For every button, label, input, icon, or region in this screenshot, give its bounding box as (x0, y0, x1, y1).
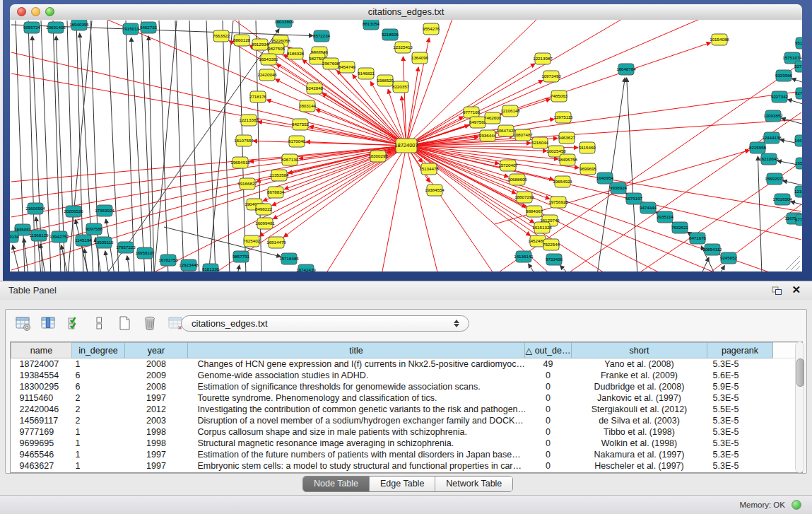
close-window-button[interactable] (17, 7, 26, 16)
graph-node-2936444[interactable]: 2936444 (479, 130, 497, 141)
graph-node-18724007[interactable]: 18724007 (394, 139, 418, 153)
graph-node-8273403[interactable]: 8273403 (795, 88, 802, 99)
graph-node-8220357[interactable]: 8220357 (392, 81, 410, 93)
graph-node-2935114[interactable]: 2935114 (657, 211, 673, 223)
graph-node-10807487[interactable]: 10807487 (513, 129, 533, 141)
graph-node-9218506[interactable]: 9218506 (382, 29, 399, 40)
graph-node-16151328[interactable]: 16151328 (532, 222, 552, 233)
graph-node-7663822[interactable]: 7663822 (213, 30, 230, 42)
graph-node-8181330[interactable]: 8181330 (202, 264, 220, 271)
graph-node-8678834[interactable]: 8678834 (267, 187, 285, 198)
graph-node-8454749[interactable]: 8454749 (339, 62, 356, 73)
graph-node-7462600[interactable]: 7462600 (484, 112, 502, 124)
select-rows-icon[interactable] (64, 313, 83, 333)
graph-node-9146821[interactable]: 9146821 (358, 68, 375, 79)
graph-node-1210365[interactable]: 1210365 (794, 186, 802, 197)
tab-network-table[interactable]: Network Table (435, 477, 512, 491)
graph-node-6773301[interactable]: 6773301 (795, 214, 802, 226)
graph-node-9462733[interactable]: 9462733 (140, 22, 158, 33)
graph-node-12213987[interactable]: 12213987 (533, 53, 553, 64)
graph-node-12975115[interactable]: 12975115 (553, 112, 573, 123)
table-options-icon[interactable] (13, 313, 33, 333)
new-table-icon[interactable] (114, 313, 134, 333)
table-row[interactable]: 1456911722003Disruption of a novel membe… (11, 415, 804, 426)
table-scrollbar[interactable] (795, 341, 804, 473)
graph-node-18807293[interactable]: 18807293 (514, 192, 534, 203)
column-edit-icon[interactable] (38, 313, 58, 333)
graph-node-9139134[interactable]: 9139134 (10, 231, 20, 243)
graph-node-7522544[interactable]: 7522544 (543, 239, 560, 250)
graph-node-9827505[interactable]: 9827505 (268, 43, 286, 54)
graph-node-2967608[interactable]: 2967608 (322, 58, 340, 69)
graph-node-16648784[interactable]: 16648784 (616, 64, 636, 75)
graph-node-19384554[interactable]: 19384554 (425, 185, 445, 196)
graph-node-16107554[interactable]: 16107554 (234, 135, 254, 146)
graph-node-2718176[interactable]: 2718176 (249, 91, 267, 103)
graph-node-1443521[interactable]: 1443521 (794, 135, 802, 146)
column-header-in_degree[interactable]: in_degree (72, 343, 125, 358)
column-header-year[interactable]: year (125, 343, 188, 358)
zoom-window-button[interactable] (45, 7, 54, 16)
graph-node-13505115[interactable]: 13505115 (94, 237, 114, 248)
graph-node-16099481[interactable]: 16099481 (255, 218, 275, 229)
network-window-titlebar[interactable]: citations_edges.txt (10, 4, 802, 21)
graph-node-9699695[interactable]: 9699695 (579, 163, 597, 175)
graph-node-16033809[interactable]: 16033809 (274, 20, 294, 28)
graph-node-8471676[interactable]: 8471676 (689, 233, 707, 244)
column-header-name[interactable]: name (11, 343, 72, 358)
graph-node-10973493[interactable]: 10973493 (541, 71, 561, 82)
graph-node-9170040[interactable]: 9170040 (288, 136, 306, 147)
graph-node-8912934[interactable]: 8912934 (252, 39, 269, 50)
graph-node-12106148[interactable]: 12106148 (500, 105, 520, 117)
graph-node-13942757[interactable]: 13942757 (49, 231, 69, 243)
graph-node-15716485[interactable]: 15716485 (279, 253, 299, 264)
graph-node-19654915[interactable]: 19654915 (230, 157, 250, 168)
graph-node-9512346[interactable]: 9512346 (795, 37, 802, 49)
delete-table-icon[interactable] (140, 313, 160, 333)
table-scrollbar-thumb[interactable] (796, 358, 804, 387)
canvas-resize-grip-icon[interactable] (786, 256, 800, 270)
table-row[interactable]: 946362711997Embryonic stem cells: a mode… (11, 460, 804, 472)
graph-node-6679197[interactable]: 6679197 (625, 193, 643, 204)
graph-node-8498222[interactable]: 8498222 (255, 204, 273, 215)
table-row[interactable]: 1872400712008Changes of HCN gene express… (11, 358, 804, 370)
graph-node-7625402[interactable]: 7625402 (243, 235, 261, 247)
column-header-title[interactable]: title (188, 343, 525, 358)
graph-node-10154088[interactable]: 10154088 (710, 34, 729, 45)
graph-node-11568129[interactable]: 11568129 (29, 230, 49, 241)
graph-node-15692971[interactable]: 15692971 (765, 173, 784, 185)
graph-node-12923448[interactable]: 12923448 (179, 259, 199, 271)
graph-node-18495758[interactable]: 18495758 (558, 154, 577, 165)
graph-node-10854112[interactable]: 10854112 (702, 244, 722, 255)
graph-node-8860128[interactable]: 8860128 (233, 35, 251, 46)
graph-node-16543382[interactable]: 16543382 (259, 54, 278, 65)
graph-node-11353584[interactable]: 11353584 (269, 170, 289, 181)
graph-node-21606504[interactable]: 21606504 (25, 203, 45, 214)
graph-node-19166827[interactable]: 19166827 (237, 178, 257, 189)
column-header-short[interactable]: short (572, 343, 707, 358)
graph-node-1652104[interactable]: 1652104 (795, 158, 802, 169)
graph-node-15720407[interactable]: 15720407 (498, 160, 518, 171)
graph-node-1364096[interactable]: 1364096 (411, 52, 429, 64)
graph-node-16958107[interactable]: 16958107 (135, 247, 155, 259)
graph-node-8267130[interactable]: 8267130 (281, 154, 299, 165)
graph-node-17016504[interactable]: 17016504 (772, 194, 792, 205)
column-header-pagerank[interactable]: pagerank (707, 343, 773, 358)
graph-node-16742439[interactable]: 16742439 (296, 264, 316, 271)
graph-node-9463627[interactable]: 9463627 (558, 132, 576, 144)
graph-node-8186328[interactable]: 8186328 (287, 48, 305, 59)
graph-node-8427552[interactable]: 8427552 (292, 119, 310, 130)
graph-node-9055724[interactable]: 9055724 (23, 22, 41, 33)
graph-node-9733426[interactable]: 9733426 (546, 254, 563, 265)
graph-node-1588520[interactable]: 1588520 (377, 75, 394, 86)
graph-node-2803144[interactable]: 2803144 (299, 100, 317, 112)
graph-node-9273412[interactable]: 9273412 (794, 61, 802, 72)
graph-node-8215958[interactable]: 8215958 (749, 142, 767, 153)
graph-node-16940395[interactable]: 16940395 (69, 20, 89, 30)
graph-node-9227342[interactable]: 9227342 (771, 91, 789, 103)
graph-node-9857791[interactable]: 9857791 (233, 251, 250, 262)
row-height-icon[interactable] (89, 313, 109, 333)
tab-edge-table[interactable]: Edge Table (370, 477, 435, 491)
graph-node-22420046[interactable]: 22420046 (257, 69, 277, 81)
graph-node-12093852[interactable]: 12093852 (763, 110, 783, 122)
